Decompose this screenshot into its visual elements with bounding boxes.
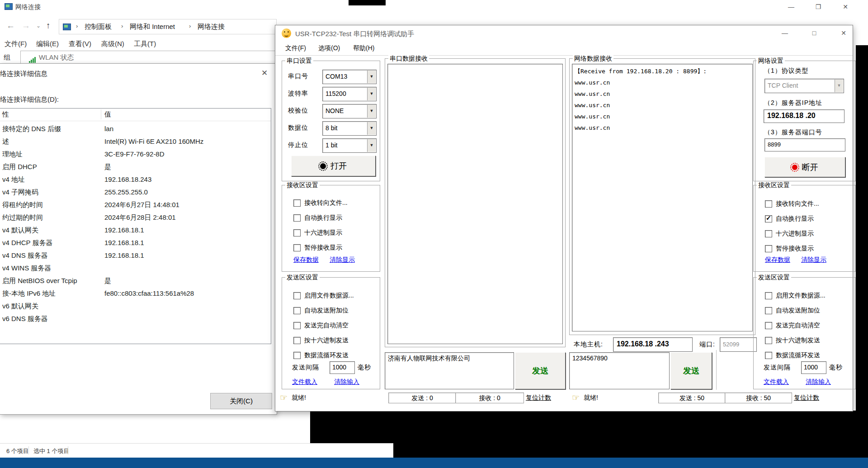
- forward-icon[interactable]: →: [22, 21, 30, 31]
- chevron-down-icon[interactable]: ▼: [367, 139, 376, 152]
- clear-after-send-label: 发送完自动清空: [304, 321, 349, 330]
- parity-select[interactable]: NONE▼: [322, 104, 377, 118]
- close-button[interactable]: ✕: [834, 0, 857, 14]
- usr-menu-options[interactable]: 选项(O): [318, 44, 340, 52]
- chevron-down-icon[interactable]: ▼: [367, 122, 376, 135]
- serial-recv-textarea[interactable]: [387, 64, 563, 344]
- close-dialog-button[interactable]: 关闭(C): [210, 393, 272, 409]
- net-clear-display-link[interactable]: 清除显示: [801, 256, 826, 264]
- desktop-background-bottom: [310, 411, 868, 443]
- send-interval-input[interactable]: 1000: [330, 361, 355, 374]
- breadcrumb[interactable]: › 控制面板 › 网络和 Internet › 网络连接: [59, 19, 277, 34]
- menu-edit[interactable]: 编辑(E): [36, 40, 59, 48]
- serial-send-button[interactable]: 发送: [515, 352, 566, 389]
- local-host-ip-input[interactable]: 192.168.18 .243: [613, 337, 693, 352]
- recent-locations-icon[interactable]: ⌄: [36, 23, 41, 29]
- details-list-label: 络连接详细信息(D):: [0, 95, 59, 104]
- net-send-interval-input[interactable]: 1000: [801, 361, 826, 374]
- clear-input-link[interactable]: 清除输入: [334, 378, 359, 386]
- maximize-button[interactable]: ❐: [807, 0, 830, 14]
- protocol-type-select[interactable]: TCP Client▼: [764, 79, 844, 93]
- breadcrumb-item-network-internet[interactable]: 网络和 Internet: [130, 23, 175, 31]
- dialog-title: 络连接详细信息: [0, 70, 47, 78]
- net-file-load-link[interactable]: 文件载入: [764, 378, 789, 386]
- auto-append-checkbox[interactable]: [293, 307, 301, 314]
- breadcrumb-item-network-connections[interactable]: 网络连接: [198, 23, 225, 31]
- taskbar[interactable]: 14:59: [0, 458, 868, 468]
- menu-view[interactable]: 查看(V): [69, 40, 91, 48]
- data-bits-select[interactable]: 8 bit▼: [322, 121, 377, 136]
- net-save-data-link[interactable]: 保存数据: [765, 256, 790, 264]
- menu-divider: [275, 55, 853, 56]
- send-interval-unit: 毫秒: [358, 364, 371, 372]
- net-auto-append-label: 自动发送附加位: [776, 307, 820, 315]
- local-port-input[interactable]: 52099: [720, 337, 757, 352]
- data-bits-label: 数据位: [288, 124, 308, 132]
- usr-close-button[interactable]: ✕: [832, 26, 855, 40]
- protocol-type-label: （1）协议类型: [764, 67, 809, 75]
- menu-file[interactable]: 文件(F): [5, 40, 27, 48]
- close-icon[interactable]: ✕: [261, 68, 268, 78]
- detail-value: 255.255.255.0: [104, 188, 148, 196]
- open-serial-button[interactable]: 打开: [291, 156, 376, 176]
- baud-rate-select[interactable]: 115200▼: [322, 87, 377, 101]
- detail-value: 2024年6月28日 2:48:01: [104, 213, 176, 222]
- net-file-data-source-checkbox[interactable]: [765, 292, 772, 299]
- recv-to-file-checkbox[interactable]: [293, 199, 301, 207]
- serial-send-input[interactable]: 济南有人物联网技术有限公司: [385, 352, 514, 389]
- serial-port-select[interactable]: COM13▼: [322, 70, 377, 84]
- menu-advanced[interactable]: 高级(N): [101, 40, 124, 48]
- up-icon[interactable]: ↑: [46, 21, 51, 31]
- net-loop-send-checkbox[interactable]: [765, 352, 772, 359]
- chevron-down-icon[interactable]: ▼: [367, 105, 376, 118]
- pause-recv-checkbox[interactable]: [293, 244, 301, 251]
- net-send-input[interactable]: 1234567890: [569, 352, 670, 389]
- net-clear-after-send-checkbox[interactable]: [765, 322, 772, 329]
- baud-rate-value: 115200: [326, 90, 346, 97]
- net-send-text: 1234567890: [572, 355, 608, 362]
- net-auto-linefeed-checkbox[interactable]: [765, 215, 772, 222]
- disconnect-button[interactable]: 断开: [764, 157, 845, 177]
- breadcrumb-item-control-panel[interactable]: 控制面板: [85, 23, 112, 31]
- usr-maximize-button[interactable]: □: [803, 26, 826, 40]
- net-reset-count[interactable]: 复位计数: [794, 394, 819, 402]
- details-list[interactable]: 性 值 接特定的 DNS 后缀lan 述Intel(R) Wi-Fi 6E AX…: [0, 108, 271, 344]
- chevron-down-icon[interactable]: ▼: [367, 88, 376, 100]
- breadcrumb-separator: ›: [72, 23, 82, 29]
- clear-after-send-checkbox[interactable]: [293, 322, 301, 329]
- net-recv-count: 接收 : 50: [725, 392, 792, 403]
- server-port-input[interactable]: 8899: [764, 138, 845, 151]
- net-recv-to-file-checkbox[interactable]: [765, 200, 772, 208]
- detail-value: 192.168.18.1: [104, 226, 144, 234]
- menu-tools[interactable]: 工具(T): [134, 40, 156, 48]
- desktop-background-right: [856, 45, 868, 443]
- usr-menu-file[interactable]: 文件(F): [285, 44, 306, 52]
- detail-property: v4 子网掩码: [2, 188, 38, 197]
- net-auto-append-checkbox[interactable]: [765, 307, 772, 314]
- net-clear-input-link[interactable]: 清除输入: [806, 378, 831, 386]
- net-recv-textarea[interactable]: 【Receive from 192.168.18.20 : 8899】: www…: [572, 64, 753, 331]
- file-load-link[interactable]: 文件载入: [292, 378, 317, 386]
- minimize-button[interactable]: —: [780, 0, 802, 14]
- chevron-down-icon: ▼: [835, 80, 843, 92]
- net-send-as-hex-checkbox[interactable]: [765, 337, 772, 344]
- save-data-link[interactable]: 保存数据: [293, 256, 319, 264]
- clear-display-link[interactable]: 清除显示: [330, 256, 355, 264]
- back-icon[interactable]: ←: [6, 21, 15, 31]
- hex-display-checkbox[interactable]: [293, 229, 301, 236]
- usr-minimize-button[interactable]: —: [774, 26, 796, 40]
- send-as-hex-checkbox[interactable]: [293, 337, 301, 344]
- server-ip-input[interactable]: 192.168.18 .20: [764, 109, 844, 123]
- stop-bits-select[interactable]: 1 bit▼: [322, 138, 377, 153]
- net-send-button[interactable]: 发送: [670, 352, 712, 389]
- loop-send-checkbox[interactable]: [293, 352, 301, 359]
- auto-linefeed-checkbox[interactable]: [293, 214, 301, 222]
- file-data-source-checkbox[interactable]: [293, 292, 301, 299]
- serial-reset-count[interactable]: 复位计数: [526, 394, 551, 402]
- column-header-property[interactable]: 性: [2, 110, 9, 119]
- usr-menu-help[interactable]: 帮助(H): [353, 44, 374, 52]
- net-hex-display-checkbox[interactable]: [765, 230, 772, 237]
- column-header-value[interactable]: 值: [104, 110, 111, 119]
- chevron-down-icon[interactable]: ▼: [367, 71, 376, 83]
- net-pause-recv-checkbox[interactable]: [765, 245, 772, 252]
